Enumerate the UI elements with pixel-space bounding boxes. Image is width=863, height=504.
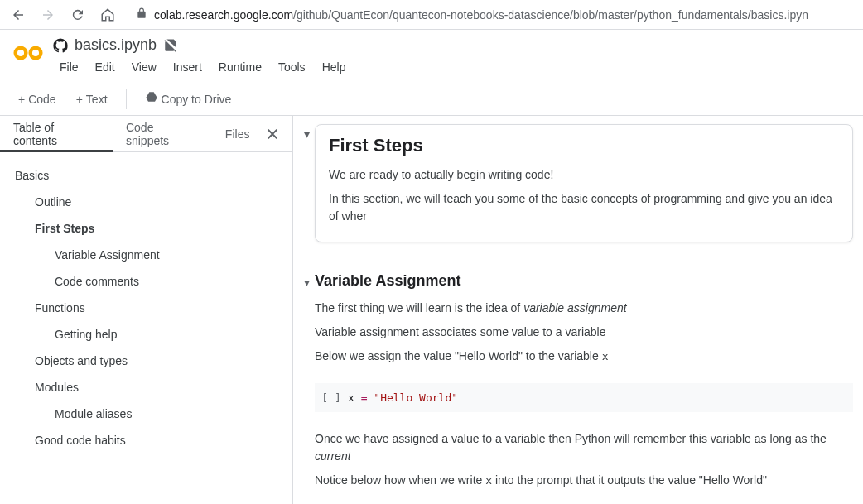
menu-file[interactable]: File xyxy=(53,57,85,77)
heading-variable-assignment: Variable Assignment xyxy=(315,272,853,290)
toc-objects-types[interactable]: Objects and types xyxy=(0,348,292,374)
add-text-button[interactable]: +Text xyxy=(68,88,116,111)
toc-modules[interactable]: Modules xyxy=(0,374,292,401)
text-cell-first-steps[interactable]: First Steps We are ready to actually beg… xyxy=(315,124,853,242)
back-button[interactable] xyxy=(7,3,30,26)
para: We are ready to actually begin writing c… xyxy=(329,166,839,184)
forward-button[interactable] xyxy=(36,3,60,26)
menu-runtime[interactable]: Runtime xyxy=(212,57,268,77)
colab-logo[interactable] xyxy=(13,43,43,65)
action-toolbar: +Code +Text Copy to Drive xyxy=(0,83,863,116)
para: Notice below how when we write x into th… xyxy=(315,472,853,489)
collapse-toggle[interactable]: ▾ xyxy=(298,124,315,242)
toc-code-comments[interactable]: Code comments xyxy=(0,268,292,295)
toolbar-separator xyxy=(126,89,127,109)
toc-module-aliases[interactable]: Module aliases xyxy=(0,401,292,427)
toc-variable-assignment[interactable]: Variable Assignment xyxy=(0,242,292,268)
tab-snippets[interactable]: Code snippets xyxy=(113,116,212,152)
menu-bar: File Edit View Insert Runtime Tools Help xyxy=(53,57,850,77)
plus-icon: + xyxy=(76,93,83,106)
menu-edit[interactable]: Edit xyxy=(89,57,122,77)
toc-outline[interactable]: Outline xyxy=(0,189,292,215)
menu-tools[interactable]: Tools xyxy=(272,57,312,77)
drive-icon xyxy=(145,91,158,107)
para: Below we assign the value "Hello World" … xyxy=(315,348,853,365)
toc-list[interactable]: Basics Outline First Steps Variable Assi… xyxy=(0,152,292,504)
para: Variable assignment associates some valu… xyxy=(315,324,853,341)
browser-toolbar: colab.research.google.com/github/QuantEc… xyxy=(0,0,863,30)
url-text: colab.research.google.com/github/QuantEc… xyxy=(154,8,808,22)
para: In this section, we will teach you some … xyxy=(329,190,839,225)
toc-getting-help[interactable]: Getting help xyxy=(0,321,292,348)
toc-functions[interactable]: Functions xyxy=(0,295,292,321)
para: The first thing we will learn is the ide… xyxy=(315,300,853,317)
tab-toc[interactable]: Table of contents xyxy=(0,116,113,152)
address-bar[interactable]: colab.research.google.com/github/QuantEc… xyxy=(126,7,856,22)
lock-icon xyxy=(136,7,147,22)
colab-header: basics.ipynb File Edit View Insert Runti… xyxy=(0,30,863,83)
copy-to-drive-button[interactable]: Copy to Drive xyxy=(137,86,240,112)
home-button[interactable] xyxy=(96,3,119,26)
reload-button[interactable] xyxy=(66,3,89,26)
text-cell[interactable]: Once we have assigned a value to a varia… xyxy=(315,424,853,496)
notebook-area[interactable]: ▾ First Steps We are ready to actually b… xyxy=(293,116,863,504)
toc-good-code-habits[interactable]: Good code habits xyxy=(0,427,292,454)
collapse-toggle[interactable]: ▾ xyxy=(298,272,315,372)
menu-help[interactable]: Help xyxy=(316,57,353,77)
menu-view[interactable]: View xyxy=(125,57,163,77)
no-save-icon xyxy=(163,38,178,53)
tab-files[interactable]: Files xyxy=(212,116,263,152)
left-panel: Table of contents Code snippets Files Ba… xyxy=(0,116,293,504)
close-pane-button[interactable] xyxy=(263,124,282,144)
heading-first-steps: First Steps xyxy=(329,135,839,156)
add-code-button[interactable]: +Code xyxy=(10,88,65,111)
github-icon xyxy=(53,38,68,53)
para: Once we have assigned a value to a varia… xyxy=(315,430,853,465)
menu-insert[interactable]: Insert xyxy=(166,57,209,77)
toc-first-steps[interactable]: First Steps xyxy=(0,215,292,242)
plus-icon: + xyxy=(18,93,25,106)
svg-point-0 xyxy=(16,48,27,59)
notebook-title[interactable]: basics.ipynb xyxy=(75,36,157,54)
text-cell-variable-assignment[interactable]: Variable Assignment The first thing we w… xyxy=(315,272,853,372)
cell-run-indicator[interactable]: [ ] xyxy=(315,391,348,404)
pane-tabs: Table of contents Code snippets Files xyxy=(0,116,292,152)
chevron-down-icon: ▾ xyxy=(304,276,310,372)
code-cell[interactable]: [ ] x = "Hello World" xyxy=(315,383,853,412)
svg-point-1 xyxy=(31,48,41,59)
toc-basics[interactable]: Basics xyxy=(0,162,292,189)
chevron-down-icon: ▾ xyxy=(304,127,310,242)
code-content[interactable]: x = "Hello World" xyxy=(348,391,458,404)
